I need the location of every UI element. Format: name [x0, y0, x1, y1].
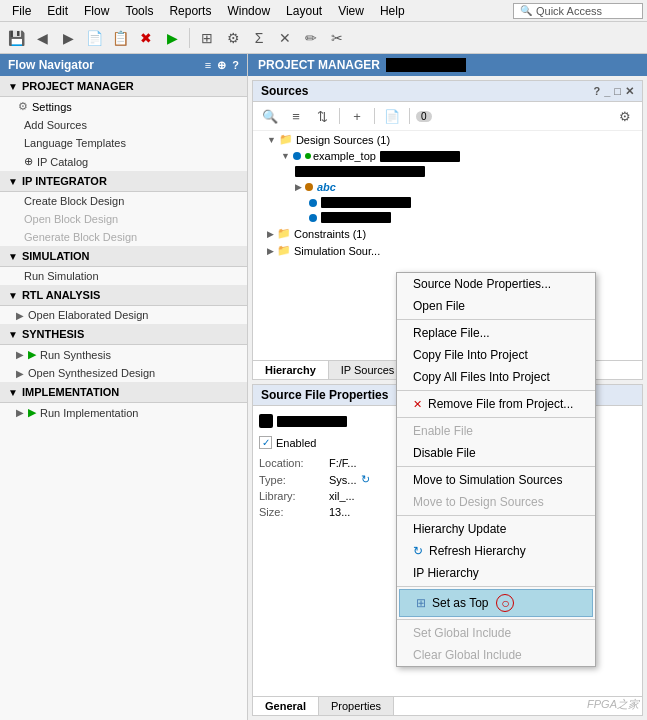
- section-ip-integrator-header[interactable]: ▼ IP INTEGRATOR: [0, 171, 247, 192]
- menu-edit[interactable]: Edit: [39, 2, 76, 20]
- ctx-replace-file[interactable]: Replace File...: [397, 322, 595, 344]
- ctx-refresh-hierarchy[interactable]: ↻ Refresh Hierarchy: [397, 540, 595, 562]
- right-panel: PROJECT MANAGER Sources ? _ □ ✕ 🔍 ≡ ⇅ +: [248, 54, 647, 720]
- src-collapse-btn[interactable]: ≡: [285, 105, 307, 127]
- add-sources-label: Add Sources: [24, 119, 87, 131]
- sources-minimize-icon[interactable]: _: [604, 85, 610, 97]
- toolbar-grid-btn[interactable]: ⊞: [195, 26, 219, 50]
- section-synthesis-header[interactable]: ▼ SYNTHESIS: [0, 324, 247, 345]
- ctx-copy-file[interactable]: Copy File Into Project: [397, 344, 595, 366]
- toolbar: 💾 ◀ ▶ 📄 📋 ✖ ▶ ⊞ ⚙ Σ ✕ ✏ ✂: [0, 22, 647, 54]
- tree-simulation-sources[interactable]: ▶ 📁 Simulation Sour...: [253, 242, 642, 259]
- tree-example-top[interactable]: ▼ example_top: [253, 148, 642, 164]
- ctx-clear-global-include-label: Clear Global Include: [413, 648, 522, 662]
- toolbar-run-btn[interactable]: ▶: [160, 26, 184, 50]
- toolbar-open-btn[interactable]: 📄: [82, 26, 106, 50]
- flow-nav-pin-icon[interactable]: ≡: [205, 59, 211, 72]
- menu-flow[interactable]: Flow: [76, 2, 117, 20]
- nav-item-open-elaborated[interactable]: ▶ Open Elaborated Design: [0, 306, 247, 324]
- enabled-checkbox[interactable]: ✓: [259, 436, 272, 449]
- sources-close-icon[interactable]: ✕: [625, 85, 634, 98]
- section-rtl-header[interactable]: ▼ RTL ANALYSIS: [0, 285, 247, 306]
- ctx-hierarchy-update[interactable]: Hierarchy Update: [397, 518, 595, 540]
- ctx-copy-all-files[interactable]: Copy All Files Into Project: [397, 366, 595, 388]
- flow-nav-help-icon[interactable]: ?: [232, 59, 239, 72]
- toolbar-x-btn[interactable]: ✕: [273, 26, 297, 50]
- tree-abc-item[interactable]: ▶ abc: [253, 179, 642, 195]
- open-block-label: Open Block Design: [24, 213, 118, 225]
- section-sim-chevron: ▼: [8, 251, 18, 262]
- src-search-btn[interactable]: 🔍: [259, 105, 281, 127]
- menu-reports[interactable]: Reports: [161, 2, 219, 20]
- section-pm-label: PROJECT MANAGER: [22, 80, 134, 92]
- section-impl-header[interactable]: ▼ IMPLEMENTATION: [0, 382, 247, 403]
- tree-design-sources[interactable]: ▼ 📁 Design Sources (1): [253, 131, 642, 148]
- syn-arrow-icon: ▶: [16, 368, 24, 379]
- library-label: Library:: [259, 490, 329, 502]
- quick-access-bar[interactable]: 🔍 Quick Access: [513, 3, 643, 19]
- sources-maximize-icon[interactable]: □: [614, 85, 621, 97]
- nav-item-ip-catalog[interactable]: ⊕ IP Catalog: [0, 152, 247, 171]
- tree-redacted-3[interactable]: [253, 210, 642, 225]
- toolbar-sigma-btn[interactable]: Σ: [247, 26, 271, 50]
- nav-item-run-implementation[interactable]: ▶ ▶ Run Implementation: [0, 403, 247, 422]
- toolbar-scissors-btn[interactable]: ✂: [325, 26, 349, 50]
- toolbar-back-btn[interactable]: ◀: [30, 26, 54, 50]
- sources-header: Sources ? _ □ ✕: [253, 81, 642, 102]
- menu-view[interactable]: View: [330, 2, 372, 20]
- flow-nav-header: Flow Navigator ≡ ⊕ ?: [0, 54, 247, 76]
- menu-layout[interactable]: Layout: [278, 2, 330, 20]
- props-tabs: General Properties: [253, 696, 642, 715]
- flow-nav-settings-icon[interactable]: ⊕: [217, 59, 226, 72]
- toolbar-gear-btn[interactable]: ⚙: [221, 26, 245, 50]
- sources-title: Sources: [261, 84, 308, 98]
- run-syn-arrow-icon: ▶: [16, 349, 24, 360]
- src-settings-btn[interactable]: ⚙: [614, 105, 636, 127]
- nav-item-create-block[interactable]: Create Block Design: [0, 192, 247, 210]
- toolbar-forward-btn[interactable]: ▶: [56, 26, 80, 50]
- tree-constraints[interactable]: ▶ 📁 Constraints (1): [253, 225, 642, 242]
- open-synthesized-label: Open Synthesized Design: [28, 367, 155, 379]
- ctx-source-node-props[interactable]: Source Node Properties...: [397, 273, 595, 295]
- toolbar-save-btn[interactable]: 💾: [4, 26, 28, 50]
- prop-filename-redacted: [277, 416, 347, 427]
- tree-redacted-1[interactable]: [253, 164, 642, 179]
- menu-help[interactable]: Help: [372, 2, 413, 20]
- tree-redacted-2[interactable]: [253, 195, 642, 210]
- src-expand-btn[interactable]: ⇅: [311, 105, 333, 127]
- toolbar-pencil-btn[interactable]: ✏: [299, 26, 323, 50]
- nav-item-language-templates[interactable]: Language Templates: [0, 134, 247, 152]
- nav-item-run-synthesis[interactable]: ▶ ▶ Run Synthesis: [0, 345, 247, 364]
- nav-item-open-synthesized[interactable]: ▶ Open Synthesized Design: [0, 364, 247, 382]
- generate-block-label: Generate Block Design: [24, 231, 137, 243]
- ctx-set-as-top[interactable]: ⊞ Set as Top ○: [399, 589, 593, 617]
- src-doc-btn[interactable]: 📄: [381, 105, 403, 127]
- ctx-sep-2: [397, 390, 595, 391]
- nav-item-add-sources[interactable]: Add Sources: [0, 116, 247, 134]
- refresh-icon[interactable]: ↻: [361, 473, 370, 486]
- nav-item-settings[interactable]: ⚙ Settings: [0, 97, 247, 116]
- toolbar-copy-btn[interactable]: 📋: [108, 26, 132, 50]
- ctx-open-file[interactable]: Open File: [397, 295, 595, 317]
- props-tab-general[interactable]: General: [253, 697, 319, 715]
- design-sources-folder-icon: 📁: [279, 133, 293, 146]
- ctx-remove-file-label: Remove File from Project...: [428, 397, 573, 411]
- toolbar-stop-btn[interactable]: ✖: [134, 26, 158, 50]
- menu-file[interactable]: File: [4, 2, 39, 20]
- section-simulation-header[interactable]: ▼ SIMULATION: [0, 246, 247, 267]
- src-add-btn[interactable]: +: [346, 105, 368, 127]
- src-tab-hierarchy[interactable]: Hierarchy: [253, 361, 329, 379]
- menu-tools[interactable]: Tools: [117, 2, 161, 20]
- nav-item-run-simulation[interactable]: Run Simulation: [0, 267, 247, 285]
- menu-window[interactable]: Window: [219, 2, 278, 20]
- section-project-manager-header[interactable]: ▼ PROJECT MANAGER: [0, 76, 247, 97]
- run-synthesis-label: Run Synthesis: [40, 349, 111, 361]
- run-implementation-label: Run Implementation: [40, 407, 138, 419]
- props-tab-properties[interactable]: Properties: [319, 697, 394, 715]
- ctx-disable-file[interactable]: Disable File: [397, 442, 595, 464]
- section-impl-label: IMPLEMENTATION: [22, 386, 119, 398]
- ctx-remove-file[interactable]: ✕ Remove File from Project...: [397, 393, 595, 415]
- ctx-ip-hierarchy[interactable]: IP Hierarchy: [397, 562, 595, 584]
- ctx-move-to-sim[interactable]: Move to Simulation Sources: [397, 469, 595, 491]
- sources-help-icon[interactable]: ?: [593, 85, 600, 97]
